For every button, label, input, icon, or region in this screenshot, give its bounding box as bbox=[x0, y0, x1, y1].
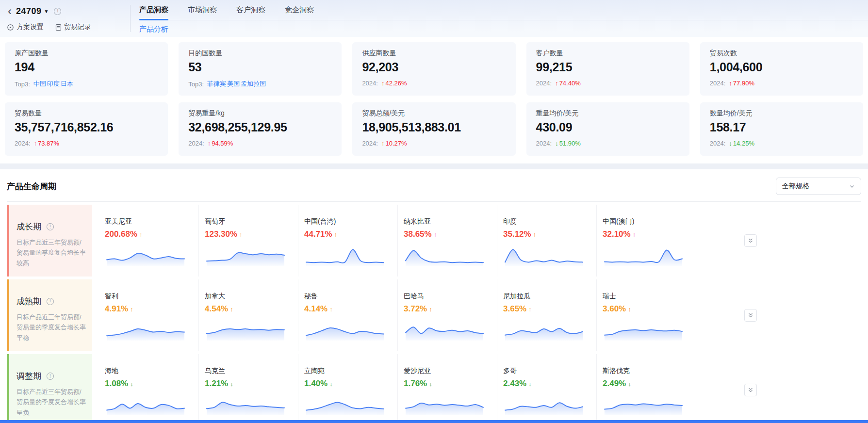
delta-value: 51.90% bbox=[559, 140, 581, 147]
stage-info-icon[interactable]: ! bbox=[47, 373, 54, 380]
sparkline-chart bbox=[205, 392, 286, 416]
sparkline-chart bbox=[304, 243, 386, 267]
arrow-up-icon: ↑ bbox=[208, 140, 211, 147]
stage-description: 目标产品近三年贸易额/贸易量的季度复合增长率较高 bbox=[16, 237, 86, 268]
yoy-delta: ↓14.25% bbox=[729, 140, 754, 147]
country-name: 加拿大 bbox=[205, 292, 288, 301]
top3-link[interactable]: 印度 bbox=[47, 80, 60, 87]
top3-link[interactable]: 孟加拉国 bbox=[241, 80, 266, 87]
growth-rate: 3.72% ↑ bbox=[404, 304, 487, 314]
tab-2[interactable]: 客户洞察 bbox=[236, 0, 265, 20]
stat-card-label: 贸易总额/美元 bbox=[362, 109, 506, 118]
trade-insight-dashboard: { "colors": { "accent_blue": "#2b7cf7", … bbox=[0, 0, 868, 423]
footer-prefix: Top3: bbox=[188, 81, 204, 88]
growth-rate: 123.30% ↑ bbox=[205, 229, 288, 239]
double-chevron-down-icon bbox=[748, 238, 753, 244]
growth-rate: 3.65% ↑ bbox=[503, 304, 587, 314]
stat-card-label: 供应商数量 bbox=[362, 49, 506, 58]
stat-card-value: 32,698,255,129.95 bbox=[188, 120, 332, 134]
chevron-down-icon bbox=[849, 183, 855, 189]
plan-settings-button[interactable]: 方案设置 bbox=[7, 23, 44, 32]
stage-info-icon[interactable]: ! bbox=[47, 298, 54, 305]
stat-card-value: 1,004,600 bbox=[710, 60, 853, 74]
trade-records-button[interactable]: 贸易记录 bbox=[55, 23, 91, 32]
growth-rate: 200.68% ↑ bbox=[105, 229, 189, 239]
tab-3[interactable]: 竞企洞察 bbox=[285, 0, 314, 20]
trend-arrow-up-icon: ↑ bbox=[334, 231, 338, 238]
yoy-delta: ↑74.40% bbox=[555, 80, 581, 87]
sparkline-chart bbox=[603, 317, 684, 342]
stage-charts: 智利 4.91% ↑ 加拿大 4.54% ↑ 秘鲁 4.14% ↑ 巴哈马 3.… bbox=[99, 279, 861, 351]
stat-card: 数量均价/美元 158.17 2024:↓14.25% bbox=[700, 102, 863, 156]
trend-arrow-down-icon: ↓ bbox=[528, 380, 532, 388]
back-chevron-icon[interactable]: ‹ bbox=[7, 6, 13, 16]
growth-rate-value: 2.49% bbox=[603, 379, 626, 389]
delta-value: 10.27% bbox=[385, 140, 407, 147]
stat-card-label: 客户数量 bbox=[536, 49, 680, 58]
country-name: 海地 bbox=[105, 367, 189, 375]
stats-card-grid: 原产国数量 194 Top3:中国印度日本 目的国数量 53 Top3:菲律宾美… bbox=[0, 37, 868, 163]
info-icon[interactable]: ! bbox=[54, 8, 61, 15]
sparkline-chart bbox=[404, 243, 485, 267]
country-name: 智利 bbox=[105, 292, 189, 301]
top3-link[interactable]: 美国 bbox=[227, 80, 240, 87]
growth-rate-value: 4.54% bbox=[205, 304, 228, 314]
growth-rate-value: 1.40% bbox=[304, 379, 328, 389]
stat-card-label: 数量均价/美元 bbox=[710, 109, 853, 118]
double-chevron-down-icon bbox=[748, 387, 753, 393]
country-chart-cell: 加拿大 4.54% ↑ bbox=[198, 279, 298, 351]
stage-label-block: 成熟期 ! 目标产品近三年贸易额/贸易量的季度复合增长率平稳 bbox=[7, 279, 92, 351]
top3-link[interactable]: 菲律宾 bbox=[207, 80, 226, 87]
footer-prefix: 2024: bbox=[188, 140, 204, 147]
stat-card-value: 53 bbox=[188, 60, 332, 74]
stat-card-value: 194 bbox=[15, 60, 158, 74]
plan-id-selector[interactable]: 24709 bbox=[16, 6, 42, 16]
stage-info-icon[interactable]: ! bbox=[47, 223, 54, 230]
stat-card-footer: Top3:菲律宾美国孟加拉国 bbox=[188, 80, 332, 88]
growth-rate: 4.54% ↑ bbox=[205, 304, 288, 314]
country-name: 爱沙尼亚 bbox=[404, 367, 487, 375]
footer-prefix: 2024: bbox=[15, 140, 31, 147]
growth-rate-value: 2.43% bbox=[503, 379, 526, 389]
delta-value: 73.87% bbox=[38, 140, 59, 147]
stat-card-value: 18,905,513,883.01 bbox=[362, 120, 506, 134]
spec-filter-select[interactable]: 全部规格 bbox=[776, 178, 861, 195]
growth-rate: 38.65% ↑ bbox=[404, 229, 487, 239]
delta-value: 94.59% bbox=[212, 140, 233, 147]
subtab-product-analysis[interactable]: 产品分析 bbox=[139, 25, 168, 34]
arrow-up-icon: ↑ bbox=[34, 140, 37, 147]
country-chart-cell: 海地 1.08% ↓ bbox=[99, 354, 198, 423]
panel-divider bbox=[7, 201, 861, 202]
top3-link[interactable]: 日本 bbox=[61, 80, 73, 87]
growth-rate-value: 1.76% bbox=[404, 379, 427, 389]
sparkline-chart bbox=[304, 392, 386, 416]
stage-charts: 海地 1.08% ↓ 乌克兰 1.21% ↓ 立陶宛 1.40% ↓ 爱沙尼亚 … bbox=[99, 354, 861, 423]
country-chart-cell: 乌克兰 1.21% ↓ bbox=[198, 354, 298, 423]
country-chart-cell: 秘鲁 4.14% ↑ bbox=[298, 279, 397, 351]
expand-row-button[interactable] bbox=[744, 309, 757, 322]
trend-arrow-down-icon: ↓ bbox=[429, 380, 432, 388]
footer-prefix: 2024: bbox=[362, 140, 378, 147]
stat-card: 贸易次数 1,004,600 2024:↑77.90% bbox=[700, 42, 863, 96]
stage-label-block: 成长期 ! 目标产品近三年贸易额/贸易量的季度复合增长率较高 bbox=[7, 205, 92, 277]
growth-rate: 44.71% ↑ bbox=[304, 229, 388, 239]
caret-down-icon[interactable]: ▼ bbox=[44, 9, 49, 14]
tab-0[interactable]: 产品洞察 bbox=[139, 0, 168, 20]
stat-card-value: 158.17 bbox=[710, 120, 853, 134]
expand-row-button[interactable] bbox=[744, 234, 757, 247]
stat-card-label: 贸易数量 bbox=[15, 109, 158, 118]
country-name: 瑞士 bbox=[603, 292, 686, 301]
country-name: 立陶宛 bbox=[304, 367, 388, 375]
country-chart-cell: 亚美尼亚 200.68% ↑ bbox=[99, 205, 198, 277]
tab-label: 产品洞察 bbox=[139, 5, 168, 15]
top3-link[interactable]: 中国 bbox=[33, 80, 46, 87]
expand-row-button[interactable] bbox=[744, 384, 757, 396]
tab-1[interactable]: 市场洞察 bbox=[188, 0, 217, 20]
plan-settings-label: 方案设置 bbox=[16, 23, 44, 32]
growth-rate-value: 200.68% bbox=[105, 229, 137, 239]
yoy-delta: ↑73.87% bbox=[34, 140, 60, 147]
tab-label: 竞企洞察 bbox=[285, 5, 314, 15]
country-chart-cell: 智利 4.91% ↑ bbox=[99, 279, 198, 351]
trend-arrow-down-icon: ↓ bbox=[130, 380, 133, 388]
stat-card-label: 原产国数量 bbox=[15, 49, 158, 58]
